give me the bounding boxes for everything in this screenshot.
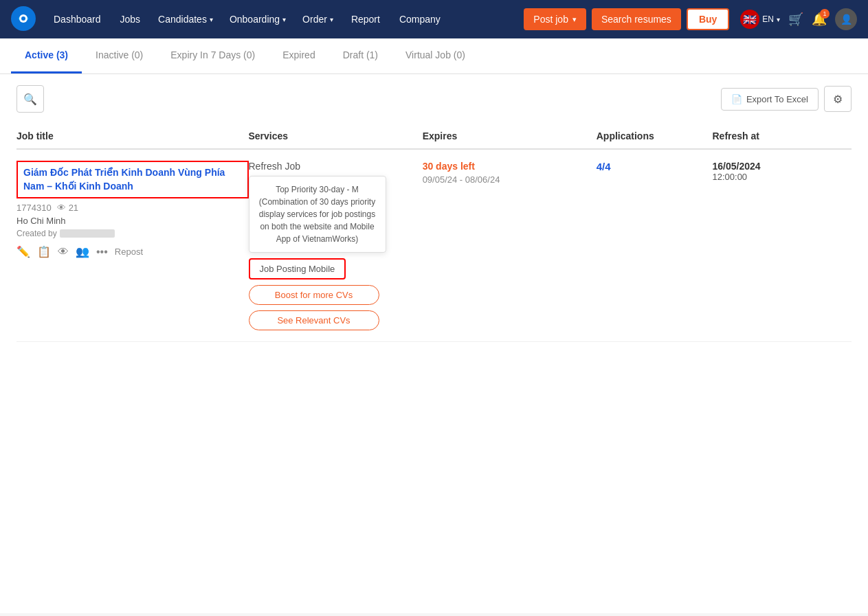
main-content: 🔍 📄 Export To Excel ⚙ Job title Services…: [0, 74, 868, 613]
table-header: Job title Services Expires Applications …: [16, 124, 852, 150]
created-by-redacted: [60, 229, 115, 238]
nav-report[interactable]: Report: [344, 8, 387, 30]
more-icon[interactable]: •••: [96, 246, 108, 258]
navbar-icons: 🇬🇧 EN ▾ 🛒 🔔 1 👤: [740, 8, 857, 30]
tab-active[interactable]: Active (3): [11, 38, 82, 73]
see-relevant-cvs-button[interactable]: See Relevant CVs: [249, 310, 379, 330]
job-title-link[interactable]: Giám Đốc Phát Triển Kinh Doanh Vùng Phía…: [16, 161, 249, 198]
job-created: Created by: [16, 229, 249, 238]
buy-button[interactable]: Buy: [687, 8, 729, 30]
nav-jobs[interactable]: Jobs: [113, 8, 148, 30]
col-job-title: Job title: [16, 130, 249, 141]
lang-label: EN: [762, 14, 774, 24]
filter-button[interactable]: ⚙: [824, 86, 852, 112]
job-meta: 1774310 👁 21: [16, 203, 249, 213]
view-icon[interactable]: 👁: [58, 246, 69, 258]
svg-point-2: [21, 16, 25, 21]
services-cell: Refresh Job Top Priority 30-day - M (Com…: [249, 161, 423, 330]
tab-virtual[interactable]: Virtual Job (0): [392, 38, 479, 73]
refresh-date: 16/05/2024: [713, 161, 852, 172]
search-button[interactable]: 🔍: [16, 85, 44, 113]
nav-onboarding[interactable]: Onboarding ▾: [224, 8, 291, 30]
language-selector[interactable]: 🇬🇧 EN ▾: [740, 10, 780, 29]
applications-link[interactable]: 4/4: [597, 161, 611, 172]
candidates-chevron-icon: ▾: [210, 16, 213, 23]
job-actions: ✏️ 📋 👁 👥 ••• Repost: [16, 245, 249, 258]
job-views: 👁 21: [57, 203, 78, 213]
applications-cell: 4/4: [597, 161, 713, 172]
onboarding-chevron-icon: ▾: [282, 16, 286, 23]
logo[interactable]: [11, 6, 36, 33]
job-location: Ho Chi Minh: [16, 216, 249, 226]
eye-icon: 👁: [57, 203, 66, 213]
table-row: Giám Đốc Phát Triển Kinh Doanh Vùng Phía…: [16, 150, 852, 342]
refresh-time: 12:00:00: [713, 172, 852, 182]
excel-icon: 📄: [731, 94, 742, 104]
tab-expiry[interactable]: Expiry In 7 Days (0): [157, 38, 269, 73]
col-expires: Expires: [423, 130, 597, 141]
lang-chevron-icon: ▾: [777, 16, 780, 23]
navbar: Dashboard Jobs Candidates ▾ Onboarding ▾…: [0, 0, 868, 38]
service-tooltip: Top Priority 30-day - M (Combination of …: [249, 176, 386, 253]
team-icon[interactable]: 👥: [76, 245, 89, 258]
notification-icon[interactable]: 🔔 1: [812, 12, 827, 27]
search-icon: 🔍: [23, 93, 37, 106]
export-excel-button[interactable]: 📄 Export To Excel: [721, 88, 819, 111]
copy-icon[interactable]: 📋: [37, 245, 51, 258]
refresh-at-cell: 16/05/2024 12:00:00: [713, 161, 852, 182]
job-posting-mobile-button[interactable]: Job Posting Mobile: [249, 258, 346, 280]
nav-candidates[interactable]: Candidates ▾: [153, 8, 219, 30]
job-title-cell: Giám Đốc Phát Triển Kinh Doanh Vùng Phía…: [16, 161, 249, 258]
edit-icon[interactable]: ✏️: [16, 245, 30, 258]
nav-dashboard[interactable]: Dashboard: [47, 8, 108, 30]
tab-inactive[interactable]: Inactive (0): [82, 38, 157, 73]
toolbar: 🔍 📄 Export To Excel ⚙: [16, 85, 852, 113]
expires-cell: 30 days left 09/05/24 - 08/06/24: [423, 161, 597, 185]
filter-icon: ⚙: [833, 93, 843, 106]
col-refresh: Refresh at: [713, 130, 852, 141]
date-range: 09/05/24 - 08/06/24: [423, 174, 597, 185]
toolbar-right: 📄 Export To Excel ⚙: [721, 86, 852, 112]
search-resumes-button[interactable]: Search resumes: [592, 8, 681, 30]
tabs-bar: Active (3) Inactive (0) Expiry In 7 Days…: [0, 38, 868, 74]
cart-icon[interactable]: 🛒: [788, 12, 803, 27]
order-chevron-icon: ▾: [330, 16, 333, 23]
col-services: Services: [249, 130, 423, 141]
flag-icon: 🇬🇧: [740, 10, 759, 29]
tab-expired[interactable]: Expired: [269, 38, 329, 73]
job-id: 1774310: [16, 203, 52, 213]
nav-order[interactable]: Order ▾: [297, 8, 339, 30]
days-left: 30 days left: [423, 161, 597, 172]
avatar[interactable]: 👤: [835, 8, 857, 30]
refresh-job-label: Refresh Job: [249, 161, 423, 172]
col-applications: Applications: [597, 130, 713, 141]
boost-cvs-button[interactable]: Boost for more CVs: [249, 285, 379, 305]
notification-badge: 1: [820, 9, 830, 19]
post-job-chevron-icon: ▾: [572, 15, 577, 24]
tab-draft[interactable]: Draft (1): [329, 38, 392, 73]
repost-button[interactable]: Repost: [115, 247, 143, 257]
nav-company[interactable]: Company: [392, 8, 447, 30]
post-job-button[interactable]: Post job ▾: [524, 8, 586, 30]
